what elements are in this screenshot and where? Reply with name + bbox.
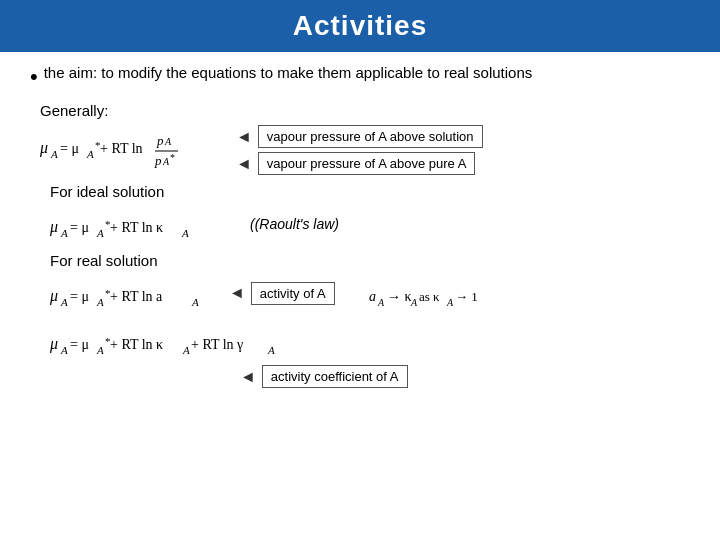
aim-text: the aim: to modify the equations to make…: [44, 64, 533, 81]
svg-text:= μ: = μ: [70, 337, 89, 352]
svg-text:+ RT ln κ: + RT ln κ: [110, 337, 163, 352]
formula-ideal-row: μ A = μ A * + RT ln κ A ((Raoult's law): [50, 204, 690, 244]
svg-text:A: A: [410, 297, 418, 308]
main-content: • the aim: to modify the equations to ma…: [0, 52, 720, 410]
activity-annotation-row: ◄ activity of A: [229, 282, 335, 305]
svg-text:+ RT ln: + RT ln: [100, 141, 143, 156]
formula-real-2: μ A = μ A * + RT ln κ A + RT ln γ A: [50, 319, 310, 361]
activity-coeff-annotation-row: ◄ activity coefficient of A: [240, 365, 690, 388]
vapour-above-pure-box: vapour pressure of A above pure A: [258, 152, 475, 175]
arrow-icon-activity: ◄: [229, 284, 245, 302]
formula-real-row2: μ A = μ A * + RT ln κ A + RT ln γ A: [50, 319, 690, 361]
svg-text:= μ: = μ: [60, 141, 79, 156]
svg-text:→ 1: → 1: [455, 289, 478, 304]
page-title: Activities: [0, 0, 720, 52]
header: Activities: [0, 0, 720, 52]
arrow-icon-2: ◄: [236, 155, 252, 173]
raoult-label: ((Raoult's law): [250, 216, 339, 232]
svg-text:as κ: as κ: [419, 289, 440, 304]
svg-text:→ κ: → κ: [387, 289, 412, 304]
bullet-point: • the aim: to modify the equations to ma…: [30, 64, 690, 90]
svg-text:p: p: [156, 133, 164, 148]
svg-text:A: A: [267, 344, 275, 356]
formula-generally-row1: μ A = μ A * + RT ln p A p A * ◄ vapour p: [40, 123, 690, 175]
svg-text:A: A: [96, 344, 104, 356]
arrow-icon-activity-coeff: ◄: [240, 368, 256, 386]
svg-text:A: A: [50, 148, 58, 160]
svg-text:A: A: [182, 344, 190, 356]
svg-text:A: A: [60, 296, 68, 308]
for-ideal-label: For ideal solution: [50, 183, 690, 200]
annotation-row-vapour-pure: ◄ vapour pressure of A above pure A: [236, 152, 483, 175]
svg-text:= μ: = μ: [70, 289, 89, 304]
svg-text:A: A: [60, 227, 68, 239]
generally-label: Generally:: [40, 102, 690, 119]
svg-text:μ: μ: [50, 287, 58, 305]
activity-coefficient-box: activity coefficient of A: [262, 365, 408, 388]
svg-text:= μ: = μ: [70, 220, 89, 235]
svg-text:A: A: [60, 344, 68, 356]
annotation-row-vapour-solution: ◄ vapour pressure of A above solution: [236, 125, 483, 148]
svg-text:*: *: [170, 152, 175, 163]
svg-text:+ RT ln γ: + RT ln γ: [191, 337, 243, 352]
svg-text:A: A: [191, 296, 199, 308]
formula-ideal: μ A = μ A * + RT ln κ A: [50, 204, 210, 244]
svg-text:A: A: [162, 156, 170, 167]
formula-real-1: μ A = μ A * + RT ln a A: [50, 273, 215, 313]
formula-general-1: μ A = μ A * + RT ln p A p A *: [40, 123, 220, 173]
svg-text:μ: μ: [50, 335, 58, 353]
activity-of-a-box: activity of A: [251, 282, 335, 305]
arrow-icon-1: ◄: [236, 128, 252, 146]
svg-text:a: a: [369, 289, 376, 304]
svg-text:μ: μ: [40, 139, 48, 157]
vapour-above-solution-box: vapour pressure of A above solution: [258, 125, 483, 148]
bullet-symbol: •: [30, 64, 38, 90]
annotations-generally: ◄ vapour pressure of A above solution ◄ …: [236, 123, 483, 175]
svg-text:A: A: [86, 148, 94, 160]
generally-section: Generally: μ A = μ A * + RT ln p A p A *: [40, 102, 690, 388]
svg-text:+ RT ln a: + RT ln a: [110, 289, 163, 304]
svg-text:A: A: [377, 297, 385, 308]
svg-text:+ RT ln κ: + RT ln κ: [110, 220, 163, 235]
formula-real-row1: μ A = μ A * + RT ln a A ◄ activity of A …: [50, 273, 690, 313]
svg-text:A: A: [96, 296, 104, 308]
for-real-label: For real solution: [50, 252, 690, 269]
svg-text:p: p: [154, 153, 162, 168]
svg-text:μ: μ: [50, 218, 58, 236]
raoult-text: (Raoult's law): [255, 216, 339, 232]
limit-formula: a A → κ A as κ A → 1: [369, 273, 509, 313]
svg-text:A: A: [96, 227, 104, 239]
svg-text:A: A: [181, 227, 189, 239]
svg-text:A: A: [164, 136, 172, 147]
svg-text:A: A: [446, 297, 454, 308]
